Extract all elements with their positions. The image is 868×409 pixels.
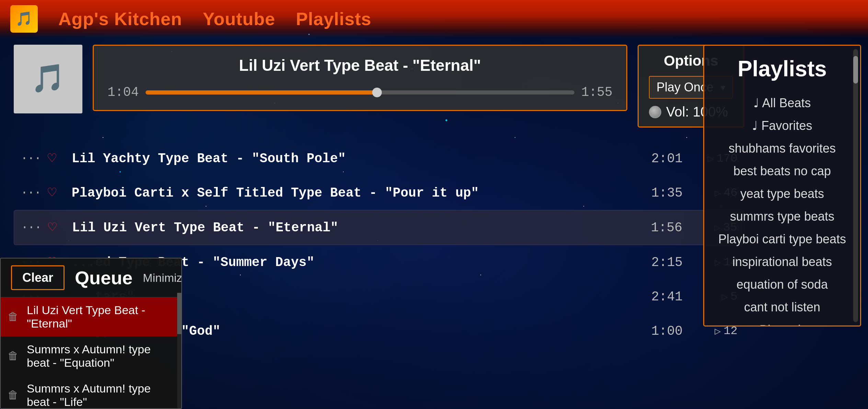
playlist-item-pluggnb[interactable]: Pluggnb [711,319,853,327]
progress-fill [146,90,377,95]
nav-item-playlists[interactable]: Playlists [296,9,372,29]
clear-button[interactable]: Clear [11,265,65,290]
heart-icon[interactable]: ♡ [48,184,65,202]
minimize-button[interactable]: Minimize [143,271,182,285]
track-menu-dots[interactable]: ··· [21,186,41,200]
track-duration: 2:41 [648,289,683,304]
queue-track-title: Summrs x Autumn! type beat - "Life" [27,382,174,409]
queue-header: Clear Queue Minimize ⏸ [1,258,181,297]
queue-track-title: Lil Uzi Vert Type Beat - "Eternal" [27,303,174,330]
player-area: 🎵 Lil Uzi Vert Type Beat - "Eternal" 1:0… [14,45,744,128]
playlist-item-yeat-type-beats[interactable]: yeat type beats [711,183,853,205]
playlists-scrollbar[interactable] [853,49,858,322]
player-controls: 1:04 1:55 [107,85,613,100]
progress-bar[interactable] [146,90,574,95]
progress-thumb [372,88,382,97]
player-center: Lil Uzi Vert Type Beat - "Eternal" 1:04 … [93,45,627,111]
navigation: Agp's Kitchen Youtube Playlists [0,0,868,38]
track-duration: 2:01 [648,151,683,166]
track-duration: 2:15 [648,255,683,270]
playlist-item-inspirational-beats[interactable]: inspirational beats [711,251,853,273]
track-row[interactable]: ··· ♡ Lil Yachty Type Beat - "South Pole… [14,141,744,176]
player-box: Lil Uzi Vert Type Beat - "Eternal" 1:04 … [93,45,627,111]
playlist-item-shubhams-favorites[interactable]: shubhams favorites [711,137,853,160]
queue-item[interactable]: 🗑 Summrs x Autumn! type beat - "Equation… [1,336,181,376]
track-menu-dots[interactable]: ··· [21,152,41,166]
playlist-item-cant-not-listen[interactable]: cant not listen [711,296,853,319]
music-note-icon: 🎵 [31,62,65,96]
track-duration: 1:00 [648,324,683,339]
track-duration: 1:35 [648,186,683,200]
queue-scrollbar[interactable] [177,293,181,408]
playlist-item-equation-of-soda[interactable]: equation of soda [711,273,853,296]
queue-track-icon: 🗑 [8,310,21,324]
playlists-panel: Playlists ♩ All Beats ♩ Favorites shubha… [696,38,868,409]
end-time: 1:55 [581,85,613,100]
playlist-item-best-beats-no-cap[interactable]: best beats no cap [711,160,853,183]
heart-icon[interactable]: ♡ [48,219,65,236]
playlists-title: Playlists [711,56,853,81]
playlist-item-summrs-type-beats[interactable]: summrs type beats [711,205,853,228]
app-logo[interactable] [10,5,38,33]
playlists-scrollbar-thumb [853,56,858,84]
album-art: 🎵 [14,45,82,113]
queue-scrollbar-thumb [177,293,181,334]
now-playing-title: Lil Uzi Vert Type Beat - "Eternal" [107,56,613,75]
playlist-item-favorites[interactable]: ♩ Favorites [711,114,853,137]
queue-item-playing[interactable]: 🗑 Lil Uzi Vert Type Beat - "Eternal" [1,297,181,336]
nav-item-youtube[interactable]: Youtube [203,9,275,29]
queue-track-title: Summrs x Autumn! type beat - "Equation" [27,343,174,369]
playlists-box: Playlists ♩ All Beats ♩ Favorites shubha… [703,45,861,327]
track-title: Lil Yachty Type Beat - "South Pole" [72,151,641,166]
current-time: 1:04 [107,85,139,100]
volume-knob[interactable] [649,106,661,118]
track-title: Lil Uzi Vert Type Beat - "Eternal" [72,220,641,235]
queue-track-icon: 🗑 [8,350,21,363]
nav-item-agps-kitchen[interactable]: Agp's Kitchen [58,9,182,29]
playlist-item-all-beats[interactable]: ♩ All Beats [711,92,853,114]
track-row-active[interactable]: ··· ♡ Lil Uzi Vert Type Beat - "Eternal"… [14,210,744,245]
track-duration: 1:56 [648,220,682,235]
playlist-item-playboi-carti-type-beats[interactable]: Playboi carti type beats [711,228,853,251]
queue-title: Queue [75,267,133,288]
track-title: Playboi Carti x Self Titled Type Beat - … [72,186,641,200]
track-row[interactable]: ··· ♡ Playboi Carti x Self Titled Type B… [14,176,744,210]
track-menu-dots[interactable]: ··· [21,221,41,235]
queue-item[interactable]: 🗑 Summrs x Autumn! type beat - "Life" [1,376,181,409]
queue-list: 🗑 Lil Uzi Vert Type Beat - "Eternal" 🗑 S… [1,297,181,409]
queue-track-icon: 🗑 [8,389,21,402]
queue-panel: Clear Queue Minimize ⏸ 🗑 Lil Uzi Vert Ty… [0,258,182,409]
heart-icon[interactable]: ♡ [48,150,65,167]
